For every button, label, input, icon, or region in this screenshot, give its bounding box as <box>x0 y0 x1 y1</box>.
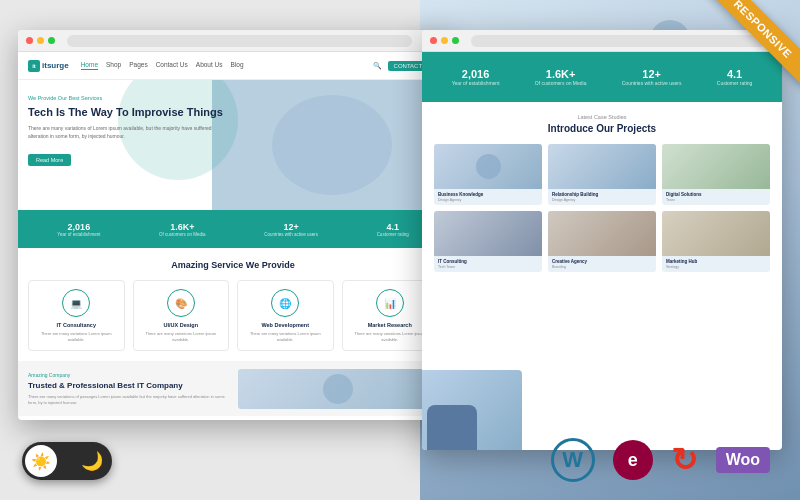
project-image-5 <box>662 211 770 256</box>
nav-home[interactable]: Home <box>81 61 98 70</box>
elementor-logo: e <box>613 440 653 480</box>
right-stat-customers-label: Of customers on Media <box>535 80 587 86</box>
service-icon-0: 💻 <box>62 289 90 317</box>
project-label-0: Business Knowledge <box>434 189 542 198</box>
main-container: ⚙ ★ it itsurge Home Shop Pages Contact U… <box>0 0 800 500</box>
browser-dot-red <box>26 37 33 44</box>
left-browser-mockup: ⚙ ★ it itsurge Home Shop Pages Contact U… <box>18 30 448 420</box>
sun-icon: ☀️ <box>31 452 51 471</box>
stat-customers-label: Of customers on Media <box>159 232 206 237</box>
project-image-4 <box>548 211 656 256</box>
project-sublabel-3: Tech Team <box>434 265 542 272</box>
project-card-3[interactable]: IT Consulting Tech Team <box>434 211 542 272</box>
services-grid: 💻 IT Consultancy There are many variatio… <box>28 280 438 351</box>
project-label-3: IT Consulting <box>434 256 542 265</box>
right-stat-countries-num: 12+ <box>622 68 682 80</box>
project-image-0 <box>434 144 542 189</box>
dark-mode-toggle[interactable]: ☀️ 🌙 <box>22 442 112 480</box>
right-stat-year: 2,016 Year of establishment <box>452 68 500 86</box>
service-desc-2: There are many variations Lorem ipsum av… <box>244 331 327 342</box>
project-label-2: Digital Solutions <box>662 189 770 198</box>
responsive-badge: RESPONSIVE <box>685 0 800 115</box>
stat-rating-number: 4.1 <box>377 222 409 232</box>
tech-logos-bar: W e ↻ Woo <box>551 438 770 482</box>
stat-countries-number: 12+ <box>264 222 318 232</box>
stat-year-label: Year of establishment <box>57 232 100 237</box>
bottom-title: Trusted & Professional Best IT Company <box>28 381 228 391</box>
project-card-4[interactable]: Creative Agency Branding <box>548 211 656 272</box>
right-stat-countries: 12+ Countries with active users <box>622 68 682 86</box>
refresh-icon: ↻ <box>671 441 698 479</box>
hero-content: We Provide Our Best Services Tech Is The… <box>28 95 228 166</box>
right-stat-customers: 1.6K+ Of customers on Media <box>535 68 587 86</box>
bottom-tag: Amazing Company <box>28 372 228 378</box>
project-image-3 <box>434 211 542 256</box>
project-sublabel-2: Team <box>662 198 770 205</box>
stat-rating: 4.1 Customer rating <box>377 222 409 237</box>
stat-customers-number: 1.6K+ <box>159 222 206 232</box>
toggle-light-indicator: ☀️ <box>25 445 57 477</box>
right-stat-customers-num: 1.6K+ <box>535 68 587 80</box>
stat-customers: 1.6K+ Of customers on Media <box>159 222 206 237</box>
moon-icon: 🌙 <box>81 450 103 472</box>
right-stat-year-num: 2,016 <box>452 68 500 80</box>
bottom-image <box>238 369 438 409</box>
bottom-desc: There are many variations of passages Lo… <box>28 394 228 405</box>
right-browser-dot-yellow <box>441 37 448 44</box>
service-icon-1: 🎨 <box>167 289 195 317</box>
nav-links[interactable]: Home Shop Pages Contact Us About Us Blog <box>81 61 244 70</box>
right-browser-dot-red <box>430 37 437 44</box>
right-stat-year-label: Year of establishment <box>452 80 500 86</box>
project-sublabel-0: Design Agency <box>434 198 542 205</box>
hero-section: We Provide Our Best Services Tech Is The… <box>18 80 448 210</box>
service-icon-2: 🌐 <box>271 289 299 317</box>
project-card-2[interactable]: Digital Solutions Team <box>662 144 770 205</box>
project-card-1[interactable]: Relationship Building Design Agency <box>548 144 656 205</box>
browser-url-bar <box>67 35 412 47</box>
hero-title: Tech Is The Way To Improvise Things <box>28 105 228 119</box>
project-card-5[interactable]: Marketing Hub Strategy <box>662 211 770 272</box>
logo-icon: it <box>28 60 40 72</box>
woocommerce-logo: Woo <box>716 447 770 473</box>
stat-year: 2,016 Year of establishment <box>57 222 100 237</box>
nav-blog[interactable]: Blog <box>231 61 244 70</box>
hero-description: There are many variations of Lorem ipsum… <box>28 125 228 140</box>
stat-countries-label: Countries with active users <box>264 232 318 237</box>
refresh-logo: ↻ <box>671 441 698 479</box>
nav-contact[interactable]: Contact Us <box>156 61 188 70</box>
project-sublabel-5: Strategy <box>662 265 770 272</box>
wordpress-logo: W <box>551 438 595 482</box>
service-desc-3: There are many variations Lorem ipsum av… <box>349 331 432 342</box>
services-title: Amazing Service We Provide <box>28 260 438 270</box>
hero-background-image <box>212 80 449 210</box>
hero-read-more-button[interactable]: Read More <box>28 154 71 166</box>
projects-grid: Business Knowledge Design Agency Relatio… <box>434 144 770 272</box>
service-card-0: 💻 IT Consultancy There are many variatio… <box>28 280 125 351</box>
site-logo: it itsurge <box>28 60 69 72</box>
stat-countries: 12+ Countries with active users <box>264 222 318 237</box>
search-icon[interactable]: 🔍 <box>373 62 382 70</box>
nav-about[interactable]: About Us <box>196 61 223 70</box>
service-desc-0: There are many variations Lorem ipsum av… <box>35 331 118 342</box>
nav-shop[interactable]: Shop <box>106 61 121 70</box>
service-icon-3: 📊 <box>376 289 404 317</box>
browser-chrome-left: ⚙ ★ <box>18 30 448 52</box>
stat-year-number: 2,016 <box>57 222 100 232</box>
right-stat-countries-label: Countries with active users <box>622 80 682 86</box>
site-navigation: it itsurge Home Shop Pages Contact Us Ab… <box>18 52 448 80</box>
project-card-0[interactable]: Business Knowledge Design Agency <box>434 144 542 205</box>
project-label-4: Creative Agency <box>548 256 656 265</box>
elementor-icon: e <box>613 440 653 480</box>
service-name-2: Web Development <box>244 322 327 328</box>
service-name-1: UI/UX Design <box>140 322 223 328</box>
wordpress-icon: W <box>551 438 595 482</box>
stat-rating-label: Customer rating <box>377 232 409 237</box>
person-overlay <box>422 370 522 450</box>
woocommerce-icon: Woo <box>716 447 770 473</box>
project-image-2 <box>662 144 770 189</box>
projects-section: Latest Case Studies Introduce Our Projec… <box>422 102 782 280</box>
bottom-preview: Amazing Company Trusted & Professional B… <box>18 361 448 416</box>
nav-pages[interactable]: Pages <box>129 61 147 70</box>
project-image-1 <box>548 144 656 189</box>
service-card-2: 🌐 Web Development There are many variati… <box>237 280 334 351</box>
